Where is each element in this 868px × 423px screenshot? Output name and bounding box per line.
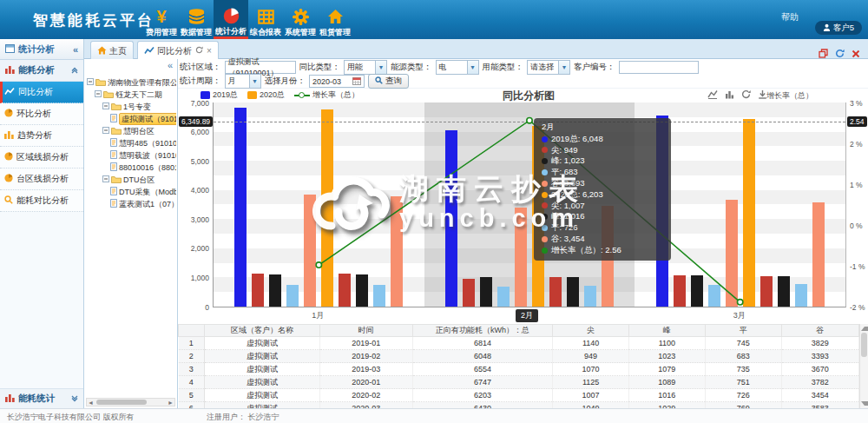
- help-link[interactable]: 帮助: [781, 11, 799, 23]
- table-scrollbar[interactable]: [859, 324, 868, 408]
- tree-node-label[interactable]: 蓝表测试1（07）: [119, 199, 176, 209]
- sidebar-item-region-loss[interactable]: 区域线损分析: [0, 147, 83, 169]
- nav-item-lease[interactable]: 租赁管理: [318, 0, 352, 39]
- tab-close-icon[interactable]: ×: [207, 46, 212, 56]
- expander-icon[interactable]: [95, 90, 102, 99]
- tree-node[interactable]: 慧明台区: [87, 125, 176, 137]
- sidebar-item-station-loss[interactable]: 台区线损分析: [0, 169, 83, 190]
- expander-icon[interactable]: [102, 102, 109, 111]
- expander-icon[interactable]: [87, 78, 94, 87]
- tree-node[interactable]: 湖南物业管理有限公司: [87, 76, 176, 89]
- refresh-icon[interactable]: [835, 49, 845, 58]
- tree-node-label[interactable]: DTU台区: [123, 175, 155, 185]
- nav-item-cost[interactable]: ¥费用管理: [144, 0, 179, 39]
- user-menu[interactable]: 客户5: [815, 21, 862, 35]
- tree-node[interactable]: DTU台区: [87, 174, 176, 186]
- tree-node-label[interactable]: 湖南物业管理有限公司: [108, 77, 176, 88]
- tree-node-label[interactable]: DTU采集（Modbus_D: [119, 187, 176, 197]
- scroll-right-icon[interactable]: ►: [167, 399, 174, 406]
- chevron-down-icon[interactable]: ▼: [249, 75, 260, 88]
- table-header-cell[interactable]: 尖: [553, 325, 629, 337]
- table-row[interactable]: 1虚拟测试2019-016814114011007453829: [179, 337, 859, 350]
- scroll-up-icon[interactable]: [861, 327, 868, 331]
- close-icon[interactable]: [852, 50, 860, 58]
- tree-node-label[interactable]: 钰龙天下二期: [115, 89, 162, 100]
- nav-item-data[interactable]: 数据管理: [179, 0, 214, 39]
- tab-refresh-icon[interactable]: [195, 46, 203, 56]
- legend-item[interactable]: 2020总: [247, 89, 285, 101]
- period-select[interactable]: 月▼: [225, 74, 261, 89]
- tree-node-label[interactable]: 慧明台区: [123, 126, 155, 136]
- scrollbar-thumb[interactable]: [861, 333, 867, 357]
- scrollbar-thumb[interactable]: [96, 400, 147, 405]
- table-row[interactable]: 4虚拟测试2020-016747112510897513782: [179, 376, 859, 389]
- sidebar-item-mom[interactable]: 环比分析: [0, 103, 83, 125]
- tab-home[interactable]: 主页: [90, 41, 134, 60]
- nav-item-report[interactable]: 综合报表: [248, 0, 283, 39]
- folder-icon: [111, 175, 122, 185]
- tree-node[interactable]: 慧明载波（91010004）: [87, 149, 176, 162]
- table-row[interactable]: 6虚拟测试2020-036430104910297693583: [179, 402, 859, 409]
- chevron-up-icon[interactable]: [71, 65, 78, 76]
- chevron-down-icon[interactable]: ▼: [558, 61, 569, 74]
- usage-type-select[interactable]: 请选择▼: [527, 60, 570, 75]
- tooltip-row: 峰: 1,023: [542, 155, 663, 167]
- table-row[interactable]: 2虚拟测试2019-02604894910236833393: [179, 350, 859, 363]
- tree-node-label[interactable]: 慧明载波（91010004）: [119, 150, 176, 161]
- sidebar-item-yoy[interactable]: 同比分析: [0, 82, 83, 103]
- region-input[interactable]: 虚拟测试（91010001）: [225, 61, 296, 74]
- tree-horizontal-scrollbar[interactable]: ◄ ►: [86, 398, 175, 406]
- table-header-cell[interactable]: 谷: [781, 325, 858, 337]
- tree-node[interactable]: 钰龙天下二期: [87, 89, 176, 101]
- energy-type-select[interactable]: 电▼: [436, 60, 479, 75]
- table-cell: 745: [705, 337, 781, 350]
- legend-item[interactable]: 增长率（总）: [294, 89, 359, 101]
- sidebar-item-compare[interactable]: 能耗对比分析: [0, 190, 83, 212]
- tree-node-label[interactable]: 1号专变: [123, 102, 151, 112]
- tab-yoy[interactable]: 同比分析×: [137, 41, 219, 60]
- refresh-tool-icon[interactable]: [741, 89, 751, 99]
- search-button[interactable]: 查询: [368, 74, 409, 89]
- scroll-down-icon[interactable]: [861, 401, 868, 406]
- nav-item-stats[interactable]: 统计分析: [214, 0, 248, 39]
- tree-node[interactable]: 蓝表测试1（07）: [87, 198, 176, 210]
- restore-icon[interactable]: [819, 49, 828, 58]
- table-row[interactable]: 3虚拟测试2019-036554107010797353670: [179, 363, 859, 376]
- sidebar-collapse-icon[interactable]: «: [73, 44, 78, 55]
- table-cell: 2020-03: [320, 402, 413, 409]
- tree-node[interactable]: 虚拟测试（91010001）: [87, 113, 176, 125]
- sidebar-section-energy-analysis[interactable]: 能耗分析: [0, 60, 83, 82]
- sidebar-item-trend[interactable]: 趋势分析: [0, 125, 83, 147]
- table-header-cell[interactable]: [179, 325, 205, 337]
- chevron-down-icon[interactable]: ▼: [467, 61, 478, 74]
- bar-tool-icon[interactable]: [725, 89, 734, 99]
- scroll-left-icon[interactable]: ◄: [87, 399, 95, 406]
- tree-node[interactable]: 1号专变: [87, 101, 176, 113]
- filter-bar: 统计区域：虚拟测试（91010001）同比类型：用能▼能源类型：电▼用能类型：请…: [178, 59, 868, 89]
- table-header-cell[interactable]: 时间: [320, 325, 413, 337]
- chevrons-down-icon[interactable]: [71, 393, 78, 404]
- table-header-cell[interactable]: 平: [705, 325, 781, 337]
- table-row[interactable]: 5虚拟测试2020-026203100710167263454: [179, 389, 859, 402]
- sidebar-section-energy-stats[interactable]: 能耗统计: [0, 388, 83, 408]
- tree-node-label[interactable]: 88010016（8801）: [119, 162, 176, 173]
- chevron-down-icon[interactable]: ▼: [375, 61, 386, 74]
- compare-type-select[interactable]: 用能▼: [344, 60, 387, 75]
- tree-node[interactable]: DTU采集（Modbus_D: [87, 186, 176, 198]
- tree-collapse-icon[interactable]: «: [168, 60, 173, 70]
- expander-icon[interactable]: [102, 175, 109, 184]
- customer-no-input[interactable]: [619, 61, 699, 74]
- line-tool-icon[interactable]: [707, 89, 718, 99]
- calendar-icon[interactable]: [352, 76, 361, 87]
- y-axis-left-label: 7,000: [178, 99, 209, 108]
- tree-node[interactable]: 88010016（8801）: [87, 162, 176, 174]
- tree-node-label[interactable]: 虚拟测试（91010001）: [119, 113, 176, 125]
- nav-item-system[interactable]: 系统管理: [283, 0, 318, 39]
- tree-node[interactable]: 慧明485（91010003）: [87, 137, 176, 149]
- expander-icon[interactable]: [102, 127, 109, 135]
- tree-node-label[interactable]: 慧明485（91010003）: [119, 138, 176, 149]
- table-header-cell[interactable]: 峰: [628, 325, 705, 337]
- month-input[interactable]: 2020-03: [309, 75, 365, 88]
- table-header-cell[interactable]: 区域（客户）名称: [204, 325, 319, 337]
- table-header-cell[interactable]: 正向有功能耗（kWh）：总: [412, 325, 553, 337]
